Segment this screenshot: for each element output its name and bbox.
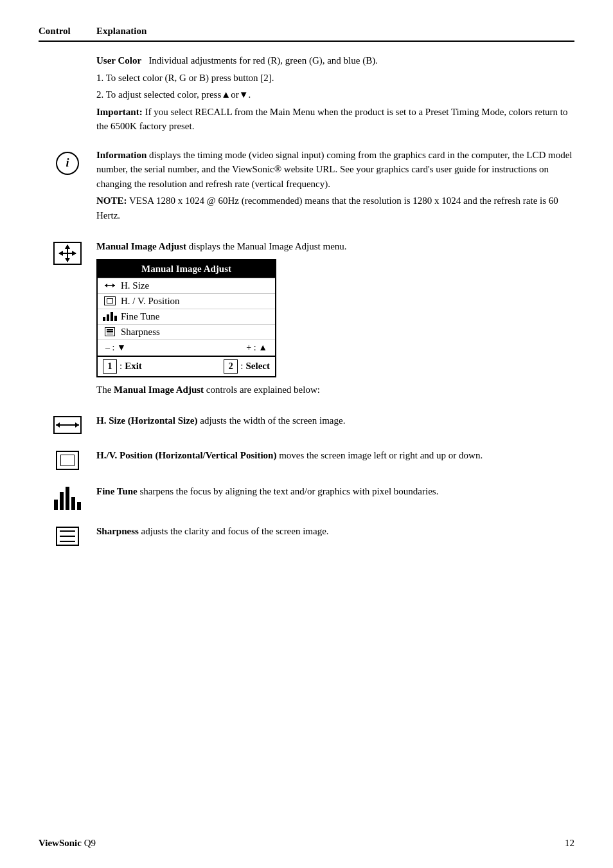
- svg-marker-10: [56, 422, 60, 428]
- user-color-step2: 2. To adjust selected color, press▲or▼.: [96, 87, 574, 102]
- mia-row-sharpness: Sharpness: [98, 324, 275, 339]
- svg-marker-2: [65, 244, 70, 249]
- mia-btn2: 2 : Select: [224, 359, 270, 374]
- finetune-content: Fine Tune sharpens the focus by aligning…: [96, 484, 574, 502]
- finetune-section: Fine Tune sharpens the focus by aligning…: [39, 484, 574, 510]
- control-column-header: Control: [39, 26, 96, 37]
- hvpos-rect-icon: [56, 451, 79, 470]
- hvpos-inner-rect: [60, 455, 75, 466]
- sharpness-content: Sharpness adjusts the clarity and focus …: [96, 524, 574, 541]
- user-color-step1: 1. To select color (R, G or B) press but…: [96, 71, 574, 86]
- mia-finetune-icon: [103, 312, 117, 321]
- mia-btn1-num: 1: [103, 359, 117, 374]
- information-section: i Information displays the timing mode (…: [39, 148, 574, 226]
- hsize-lr-arrow-icon: [53, 416, 82, 434]
- hsize-icon-col: [39, 413, 96, 434]
- hsize-content: H. Size (Horizontal Size) adjusts the wi…: [96, 413, 574, 431]
- hvpos-desc: H./V. Position (Horizontal/Vertical Posi…: [96, 448, 574, 463]
- manual-image-adjust-section: Manual Image Adjust displays the Manual …: [39, 239, 574, 399]
- user-color-important: Important: If you select RECALL from the…: [96, 105, 574, 134]
- user-color-title: User Color Individual adjustments for re…: [96, 53, 574, 68]
- footer-model: Q9: [84, 838, 96, 848]
- mia-table-title: Manual Image Adjust: [98, 260, 275, 278]
- mia-hvpos-icon: [103, 296, 117, 305]
- hsize-section: H. Size (Horizontal Size) adjusts the wi…: [39, 413, 574, 434]
- footer-page: 12: [565, 838, 574, 849]
- svg-marker-7: [105, 284, 107, 287]
- mia-btn1: 1 : Exit: [103, 359, 142, 374]
- hvpos-icon-col: [39, 448, 96, 470]
- mia-sharpness-icon: [103, 327, 117, 336]
- user-color-section: User Color Individual adjustments for re…: [96, 53, 574, 134]
- footer-brand-model: ViewSonic Q9: [39, 838, 96, 849]
- information-content: Information displays the timing mode (vi…: [96, 148, 574, 226]
- information-note: NOTE: VESA 1280 x 1024 @ 60Hz (recommend…: [96, 194, 574, 222]
- sharpness-section: Sharpness adjusts the clarity and focus …: [39, 524, 574, 546]
- svg-marker-4: [58, 251, 63, 256]
- mia-btn1-label: Exit: [125, 361, 142, 372]
- explanation-column-header: Explanation: [96, 26, 147, 37]
- svg-marker-8: [112, 284, 115, 287]
- mia-finetune-label: Fine Tune: [121, 311, 159, 322]
- hsize-desc: H. Size (Horizontal Size) adjusts the wi…: [96, 413, 574, 428]
- information-icon-col: i: [39, 148, 96, 175]
- mia-row-hvpos: H. / V. Position: [98, 293, 275, 309]
- mia-hsize-label: H. Size: [121, 280, 149, 291]
- sharpness-icon-col: [39, 524, 96, 546]
- sharpness-desc: Sharpness adjusts the clarity and focus …: [96, 524, 574, 539]
- mia-row-finetune: Fine Tune: [98, 309, 275, 324]
- finetune-icon-col: [39, 484, 96, 510]
- page-footer: ViewSonic Q9 12: [39, 838, 574, 849]
- mia-table: Manual Image Adjust H. Size: [96, 259, 276, 377]
- finetune-bars-icon: [54, 487, 81, 510]
- mia-btn2-label: Select: [246, 361, 270, 372]
- mia-intro: Manual Image Adjust displays the Manual …: [96, 239, 574, 254]
- mia-buttons-row: 1 : Exit 2 : Select: [98, 356, 275, 376]
- finetune-desc: Fine Tune sharpens the focus by aligning…: [96, 484, 574, 499]
- page-header: Control Explanation: [39, 26, 574, 42]
- svg-marker-11: [75, 422, 79, 428]
- info-icon: i: [56, 152, 79, 175]
- mia-hvpos-label: H. / V. Position: [121, 296, 180, 307]
- mia-plus-control: + : ▲: [246, 343, 267, 353]
- manual-image-adjust-content: Manual Image Adjust displays the Manual …: [96, 239, 574, 399]
- svg-marker-5: [72, 251, 76, 256]
- footer-brand: ViewSonic: [39, 838, 82, 848]
- hvpos-content: H./V. Position (Horizontal/Vertical Posi…: [96, 448, 574, 466]
- mia-hsize-icon: [103, 282, 117, 289]
- mia-minus-control: – : ▼: [105, 343, 126, 353]
- hvpos-section: H./V. Position (Horizontal/Vertical Posi…: [39, 448, 574, 470]
- mia-btn2-num: 2: [224, 359, 238, 374]
- mia-row-hsize: H. Size: [98, 278, 275, 293]
- mia-controls-row: – : ▼ + : ▲: [98, 339, 275, 356]
- manual-image-adjust-icon-col: [39, 239, 96, 265]
- information-desc: Information displays the timing mode (vi…: [96, 148, 574, 192]
- sharpness-lines-icon: [56, 527, 79, 546]
- mia-sharpness-label: Sharpness: [121, 327, 160, 338]
- mia-controls-desc: The Manual Image Adjust controls are exp…: [96, 383, 574, 397]
- four-way-arrow-icon: [53, 242, 82, 265]
- svg-marker-3: [65, 258, 70, 262]
